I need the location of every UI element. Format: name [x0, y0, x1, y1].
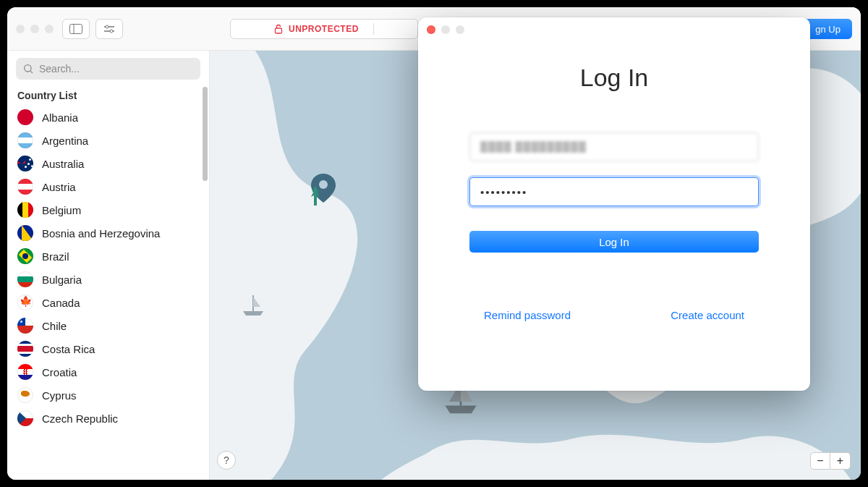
country-list-header: Country List [7, 87, 209, 106]
flag-icon [17, 295, 33, 310]
sidebar: Country List AlbaniaArgentinaAustraliaAu… [7, 51, 210, 480]
country-label: Czech Republic [42, 412, 118, 425]
flag-icon [17, 202, 33, 218]
login-titlebar [418, 17, 810, 42]
country-label: Bosnia and Herzegovina [42, 227, 160, 240]
svg-point-5 [110, 30, 113, 33]
search-input[interactable] [16, 58, 200, 80]
sidebar-toggle-button[interactable] [62, 19, 90, 39]
svg-rect-0 [70, 24, 82, 33]
password-field[interactable] [469, 177, 759, 206]
country-item[interactable]: Costa Rica [7, 337, 209, 360]
flag-icon [17, 248, 33, 264]
traffic-close-icon[interactable] [16, 25, 25, 33]
flag-icon [17, 179, 33, 195]
unlock-icon [274, 24, 283, 34]
flag-icon [17, 364, 33, 380]
country-label: Belgium [42, 204, 81, 216]
status-text: UNPROTECTED [289, 24, 359, 34]
country-item[interactable]: Argentina [7, 129, 209, 152]
svg-rect-6 [276, 28, 282, 33]
username-field[interactable] [469, 132, 759, 161]
country-item[interactable]: Albania [7, 106, 209, 129]
location-pin-icon[interactable] [311, 174, 336, 213]
flag-icon [17, 341, 33, 357]
login-button[interactable]: Log In [469, 231, 759, 253]
flag-icon [17, 318, 33, 334]
country-item[interactable]: Belgium [7, 198, 209, 221]
traffic-min-icon[interactable] [30, 25, 39, 33]
traffic-max-icon[interactable] [45, 25, 54, 33]
country-label: Costa Rica [42, 343, 95, 355]
scrollbar-thumb[interactable] [203, 87, 208, 181]
settings-button[interactable] [95, 19, 123, 39]
zoom-controls: − + [810, 452, 851, 470]
signup-button[interactable]: gn Up [804, 19, 852, 39]
country-label: Croatia [42, 366, 77, 378]
country-label: Chile [42, 320, 67, 332]
flag-icon [17, 410, 33, 426]
flag-icon [17, 132, 33, 148]
minimize-icon[interactable] [441, 25, 450, 34]
country-item[interactable]: Brazil [7, 245, 209, 268]
country-item[interactable]: Cyprus [7, 384, 209, 407]
sidebar-icon [69, 24, 82, 34]
country-item[interactable]: Austria [7, 175, 209, 198]
login-links: Remind password Create account [469, 309, 759, 321]
country-label: Albania [42, 111, 78, 124]
country-item[interactable]: Canada [7, 291, 209, 314]
country-item[interactable]: Bosnia and Herzegovina [7, 221, 209, 245]
country-label: Cyprus [42, 389, 77, 402]
country-label: Canada [42, 297, 80, 309]
svg-point-3 [106, 25, 109, 28]
remind-password-link[interactable]: Remind password [484, 309, 571, 321]
flag-icon [17, 271, 33, 287]
flag-icon [17, 225, 33, 241]
flag-icon [17, 109, 33, 125]
close-icon[interactable] [427, 25, 435, 34]
boat-icon [239, 289, 268, 323]
country-item[interactable]: Croatia [7, 360, 209, 384]
create-account-link[interactable]: Create account [671, 309, 744, 321]
connection-status[interactable]: UNPROTECTED [230, 19, 418, 39]
zoom-out-button[interactable]: − [810, 452, 830, 470]
flag-icon [17, 156, 33, 171]
help-button[interactable]: ? [217, 451, 236, 470]
country-item[interactable]: Bulgaria [7, 268, 209, 291]
country-label: Australia [42, 158, 84, 170]
country-item[interactable]: Australia [7, 152, 209, 175]
svg-point-8 [319, 180, 328, 189]
login-window: Log In Log In Remind password Create acc… [418, 17, 810, 391]
country-list[interactable]: AlbaniaArgentinaAustraliaAustriaBelgiumB… [7, 106, 209, 480]
flag-icon [17, 387, 33, 403]
country-item[interactable]: Czech Republic [7, 407, 209, 430]
country-label: Argentina [42, 135, 88, 147]
country-label: Austria [42, 181, 76, 193]
window-traffic-lights[interactable] [16, 25, 54, 33]
zoom-in-button[interactable]: + [830, 452, 851, 470]
country-label: Brazil [42, 250, 69, 263]
login-title: Log In [580, 64, 649, 92]
country-label: Bulgaria [42, 274, 82, 286]
maximize-icon[interactable] [456, 25, 464, 34]
country-item[interactable]: Chile [7, 314, 209, 337]
sliders-icon [103, 24, 116, 34]
divider [373, 23, 374, 35]
